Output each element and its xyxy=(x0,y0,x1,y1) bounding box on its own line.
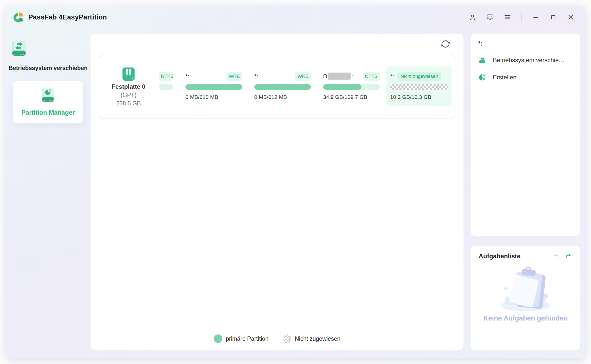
sidebar-item-label: Betriebssystem verschieben xyxy=(9,63,88,73)
sidebar-item-partition-manager[interactable]: Partition Manager xyxy=(13,81,83,123)
legend-primary: primäre Partition xyxy=(214,334,269,343)
partition-size: 34.9 GB/109.7 GB xyxy=(323,94,380,100)
partition-3[interactable]: *: WRE 0 MB/612 MB xyxy=(254,66,311,100)
action-create[interactable]: Erstellen xyxy=(478,73,573,81)
minimize-icon[interactable] xyxy=(532,13,540,21)
sidebar-item-label: Partition Manager xyxy=(13,109,83,116)
titlebar: PassFab 4EasyPartition xyxy=(6,5,585,29)
partition-4[interactable]: D : NTFS 34.9 GB/109.7 GB xyxy=(323,66,380,100)
legend-unallocated: Nicht zugewiesen xyxy=(283,334,340,343)
partition-5-unallocated-selected[interactable]: *: Nicht zugewiesen 10.3 GB/10.3 GB xyxy=(386,66,452,106)
legend: primäre Partition Nicht zugewiesen xyxy=(91,334,463,343)
partition-label: *: xyxy=(254,73,258,80)
partition-label: *: xyxy=(390,73,394,80)
maximize-icon[interactable] xyxy=(549,13,557,21)
partition-bar xyxy=(254,84,311,90)
disk-card: Festplatte 0 (GPT) 238.5 GB NTFS xyxy=(99,54,455,119)
menu-icon[interactable] xyxy=(503,13,512,21)
app-logo-icon xyxy=(13,11,24,23)
app-title: PassFab 4EasyPartition xyxy=(28,13,107,21)
fs-badge: WRE xyxy=(226,72,242,81)
disk-size: 238.5 GB xyxy=(99,100,158,107)
app-window: PassFab 4EasyPartition xyxy=(6,5,585,358)
partition-bar xyxy=(159,84,173,90)
action-label: Erstellen xyxy=(493,74,516,81)
actions-panel: *: Betriebssystem verschie… xyxy=(471,34,580,236)
tasks-empty-text: Keine Aufgaben gefunden xyxy=(479,314,572,322)
close-icon[interactable] xyxy=(567,13,575,21)
clipboard-empty-illustration xyxy=(493,265,558,313)
disk-icon xyxy=(99,67,158,81)
disk-name: Festplatte 0 xyxy=(99,83,158,90)
tasks-panel-title: Aufgabenliste xyxy=(479,253,520,260)
fs-badge: WRE xyxy=(295,72,311,81)
main-panel: Festplatte 0 (GPT) 238.5 GB NTFS xyxy=(91,34,463,350)
tasks-panel: Aufgabenliste xyxy=(471,246,580,350)
refresh-icon[interactable] xyxy=(440,39,451,49)
partition-label: D : xyxy=(323,73,353,80)
partition-label: *: xyxy=(185,73,189,80)
feedback-icon[interactable] xyxy=(486,13,494,21)
actions-panel-header: *: xyxy=(478,40,573,47)
fs-badge: NTFS xyxy=(363,72,380,81)
drive-arrow-icon xyxy=(478,56,486,64)
action-label: Betriebssystem verschie… xyxy=(493,57,565,64)
partition-size: 0 MB/612 MB xyxy=(254,94,311,100)
sidebar-item-move-os[interactable]: Betriebssystem verschieben xyxy=(9,40,88,73)
partition-bar-unallocated xyxy=(390,84,448,90)
primary-partition-swatch xyxy=(214,334,222,343)
action-move-os[interactable]: Betriebssystem verschie… xyxy=(478,56,573,64)
redacted-label xyxy=(328,73,351,80)
drive-move-os-icon xyxy=(9,40,88,60)
titlebar-separator xyxy=(521,12,522,22)
pie-plus-icon xyxy=(478,73,486,81)
partition-2[interactable]: *: WRE 0 MB/610 MB xyxy=(185,66,242,100)
sidebar: Betriebssystem verschieben Partition Man… xyxy=(6,29,91,123)
disk-type: (GPT) xyxy=(99,92,158,99)
drive-partition-icon xyxy=(13,87,83,106)
unallocated-badge: Nicht zugewiesen xyxy=(397,72,441,81)
partition-1[interactable]: NTFS xyxy=(159,66,173,94)
redo-icon[interactable] xyxy=(565,252,572,260)
undo-icon[interactable] xyxy=(552,252,560,260)
partition-bar xyxy=(185,84,242,90)
fs-badge: NTFS xyxy=(159,72,173,81)
partition-list: NTFS *: WRE 0 MB/610 MB xyxy=(158,54,455,119)
unallocated-swatch xyxy=(283,334,291,343)
partition-bar xyxy=(323,84,380,90)
account-icon[interactable] xyxy=(469,13,477,21)
disk-info: Festplatte 0 (GPT) 238.5 GB xyxy=(99,54,158,119)
partition-size: 10.3 GB/10.3 GB xyxy=(390,94,448,100)
partition-size: 0 MB/610 MB xyxy=(185,94,242,100)
